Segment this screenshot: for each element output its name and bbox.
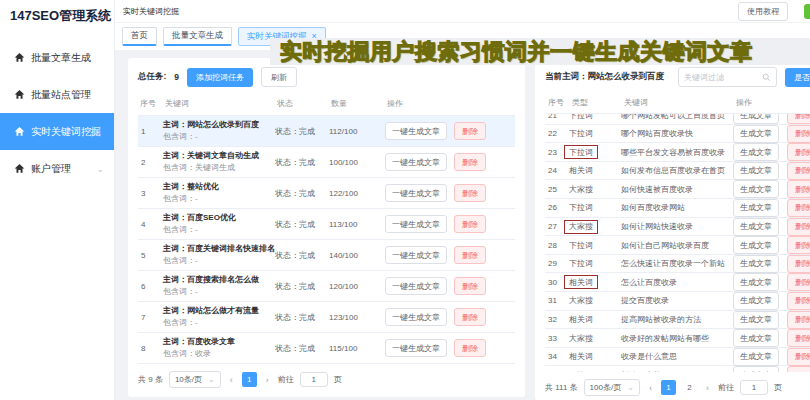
generate-article-button[interactable]: 一键生成文章 [385,153,447,171]
delete-button[interactable]: 删除 [454,215,486,233]
generate-article-button[interactable]: 生成文章 [733,162,779,180]
status-cell: 状态：完成 [275,219,329,230]
generate-all-button[interactable]: 是否生成文章 [785,68,810,87]
delete-button[interactable]: 删除 [454,339,486,357]
delete-button[interactable]: 删除 [454,277,486,295]
count-cell: 122/100 [329,189,385,198]
page-number-button[interactable]: 2 [682,380,697,395]
generate-article-button[interactable]: 生成文章 [733,311,779,329]
keyword-cell: 收录好的发帖网站有哪些 [621,333,733,344]
row-actions: 一键生成文章删除 [385,339,515,357]
generate-article-button[interactable]: 生成文章 [733,236,779,254]
page-unit-label: 页 [334,374,342,385]
delete-button[interactable]: 删除 [787,162,810,180]
generate-article-button[interactable]: 一键生成文章 [385,246,447,264]
annotation-banner: 实时挖掘用户搜索习惯词并一键生成关键词文章 [270,38,810,65]
generate-article-button[interactable]: 一键生成文章 [385,277,447,295]
page-size-select[interactable]: 10条/页⌄ [169,371,221,388]
goto-label: 前往 [718,382,734,393]
delete-button[interactable]: 删除 [787,311,810,329]
generate-article-button[interactable]: 生成文章 [733,218,779,236]
add-task-button[interactable]: 添加挖词任务 [187,68,253,87]
count-cell: 115/100 [329,344,385,353]
sidebar-item-label: 批量站点管理 [31,88,91,102]
sidebar-item-keyword-mining[interactable]: 实时关键词挖掘 [0,113,114,150]
delete-button[interactable]: 删除 [787,218,810,236]
delete-button[interactable]: 删除 [787,114,810,124]
main-word: 主词：网站怎么收录到百度 [163,119,275,131]
page-number-button[interactable]: 1 [661,380,676,395]
delete-button[interactable]: 删除 [454,184,486,202]
delete-button[interactable]: 删除 [787,329,810,347]
table-row: 27大家搜如何让网站快速收录生成文章删除 [545,218,810,237]
page-number-button[interactable]: 1 [242,372,257,387]
next-page-button[interactable]: › [703,383,712,393]
generate-article-button[interactable]: 一键生成文章 [385,215,447,233]
delete-button[interactable]: 删除 [454,308,486,326]
delete-button[interactable]: 删除 [787,125,810,143]
row-index: 6 [138,282,163,291]
generate-article-button[interactable]: 生成文章 [733,255,779,273]
keyword-type: 下拉词 [569,241,593,250]
delete-button[interactable]: 删除 [787,273,810,291]
current-word-value: 网站怎么收录到百度 [588,71,665,81]
generate-article-button[interactable]: 生成文章 [733,143,779,161]
generate-article-button[interactable]: 一键生成文章 [385,122,447,140]
delete-button[interactable]: 删除 [787,292,810,310]
sidebar-item-batch-articles[interactable]: 批量文章生成 [0,39,114,76]
tab-label: 首页 [131,30,148,40]
row-actions: 生成文章删除 [733,125,810,143]
generate-article-button[interactable]: 生成文章 [733,366,779,372]
generate-article-button[interactable]: 生成文章 [733,348,779,366]
delete-button[interactable]: 删除 [787,199,810,217]
column-header: 类型 [572,97,624,108]
cutoff-green-button[interactable] [804,4,810,19]
prev-page-button[interactable]: ‹ [227,375,236,385]
tab-home[interactable]: 首页 [122,27,157,46]
tutorial-button[interactable]: 使用教程 [738,2,788,21]
goto-page-input[interactable] [300,372,328,387]
sidebar-item-account[interactable]: 账户管理 ⌄ [0,150,114,187]
keyword-filter-input[interactable] [684,73,762,82]
generate-article-button[interactable]: 生成文章 [733,273,779,291]
keyword-type: 下拉词 [569,259,593,268]
generate-article-button[interactable]: 生成文章 [733,114,779,124]
delete-button[interactable]: 删除 [787,366,810,372]
chevron-down-icon: ⌄ [208,375,215,384]
delete-button[interactable]: 删除 [454,246,486,264]
tab-batch-articles[interactable]: 批量文章生成 [163,27,232,46]
sidebar-item-label: 实时关键词挖掘 [31,125,101,139]
type-cell: 相关词 [569,314,621,325]
goto-page-input[interactable] [740,380,768,395]
sidebar-item-batch-sites[interactable]: 批量站点管理 [0,76,114,113]
generate-article-button[interactable]: 生成文章 [733,292,779,310]
prev-page-button[interactable]: ‹ [646,383,655,393]
delete-button[interactable]: 删除 [787,143,810,161]
delete-button[interactable]: 删除 [787,180,810,198]
generate-article-button[interactable]: 一键生成文章 [385,339,447,357]
generate-article-button[interactable]: 生成文章 [733,199,779,217]
table-row: 22下拉词哪个网站百度收录快生成文章删除 [545,125,810,144]
generate-article-button[interactable]: 一键生成文章 [385,184,447,202]
row-actions: 一键生成文章删除 [385,277,515,295]
delete-button[interactable]: 删除 [454,153,486,171]
table-row: 33大家搜收录好的发帖网站有哪些生成文章删除 [545,329,810,348]
table-row: 31大家搜提交百度收录生成文章删除 [545,292,810,311]
delete-button[interactable]: 删除 [787,236,810,254]
type-cell: 下拉词 [569,258,621,269]
keyword-type: 下拉词 [569,371,593,372]
delete-button[interactable]: 删除 [787,255,810,273]
row-index: 28 [545,241,569,250]
search-icon [762,73,771,82]
page-size-select[interactable]: 100条/页⌄ [584,379,640,396]
refresh-button[interactable]: 刷新 [261,67,297,87]
generate-article-button[interactable]: 生成文章 [733,180,779,198]
delete-button[interactable]: 删除 [787,348,810,366]
count-cell: 112/100 [329,127,385,136]
generate-article-button[interactable]: 生成文章 [733,329,779,347]
type-cell: 大家搜 [569,220,621,234]
delete-button[interactable]: 删除 [454,122,486,140]
next-page-button[interactable]: › [263,375,272,385]
generate-article-button[interactable]: 生成文章 [733,125,779,143]
generate-article-button[interactable]: 一键生成文章 [385,308,447,326]
